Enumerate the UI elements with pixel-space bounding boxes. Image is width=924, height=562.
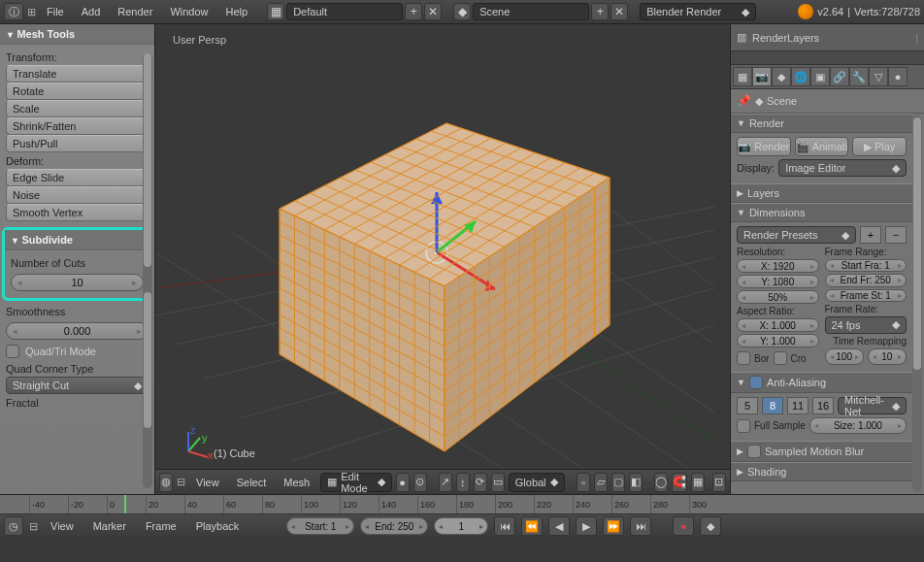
- remap-new-field[interactable]: 10: [868, 348, 907, 365]
- aa-section-header[interactable]: ▼Anti-Aliasing: [731, 372, 912, 393]
- mesh-tools-header[interactable]: Mesh Tools: [0, 24, 154, 45]
- jump-start-icon[interactable]: ⏮: [494, 516, 515, 536]
- frame-rate-dropdown[interactable]: 24 fps◆: [825, 316, 908, 334]
- translate-button[interactable]: Translate: [6, 65, 148, 83]
- aa-16-button[interactable]: 16: [812, 397, 834, 414]
- res-y-field[interactable]: Y: 1080: [737, 275, 819, 288]
- vp-menu-view[interactable]: View: [189, 474, 226, 491]
- smooth-vertex-button[interactable]: Smooth Vertex: [6, 204, 148, 221]
- menu-help[interactable]: Help: [218, 3, 256, 20]
- corner-type-dropdown[interactable]: Straight Cut◆: [6, 377, 148, 394]
- start-frame-tl[interactable]: Start: 1: [286, 517, 354, 535]
- aa-filter-dropdown[interactable]: Mitchell-Net◆: [838, 397, 907, 414]
- 3d-viewport[interactable]: User Persp: [155, 24, 730, 494]
- tab-all-icon[interactable]: ▦: [733, 67, 752, 86]
- sel-edge-icon[interactable]: ▱: [594, 473, 608, 492]
- frame-step-field[interactable]: Frame St: 1: [825, 289, 908, 302]
- menu-window[interactable]: Window: [162, 3, 215, 20]
- layers-section-header[interactable]: ▶Layers: [731, 183, 912, 203]
- timeline-editor-icon[interactable]: ◷: [4, 516, 23, 536]
- tab-data-icon[interactable]: ▽: [869, 67, 888, 86]
- right-scrollbar[interactable]: [912, 116, 922, 492]
- full-sample-toggle[interactable]: [737, 419, 750, 433]
- vp-menu-select[interactable]: Select: [230, 474, 274, 491]
- res-pct-field[interactable]: 50%: [737, 290, 819, 304]
- snap-icon[interactable]: 🧲: [672, 473, 687, 492]
- menu-file[interactable]: File: [39, 3, 72, 20]
- tl-menu-frame[interactable]: Frame: [139, 518, 183, 534]
- start-frame-field[interactable]: Start Fra: 1: [825, 259, 908, 272]
- end-frame-field[interactable]: End Fr: 250: [825, 274, 908, 286]
- animation-button[interactable]: 🎬Animati: [795, 137, 849, 156]
- del-layout-icon[interactable]: ✕: [424, 3, 442, 20]
- shading-section-header[interactable]: ▶Shading: [731, 462, 912, 481]
- crop-toggle[interactable]: [774, 351, 787, 365]
- aa-5-button[interactable]: 5: [737, 397, 758, 414]
- aspect-y-field[interactable]: Y: 1.000: [737, 334, 819, 347]
- smoothness-field[interactable]: 0.000: [6, 322, 148, 340]
- dimensions-section-header[interactable]: ▼Dimensions: [731, 203, 912, 222]
- manipulator-toggle-icon[interactable]: ↗: [439, 473, 452, 492]
- add-layout-icon[interactable]: +: [405, 3, 422, 20]
- del-scene-icon[interactable]: ✕: [610, 3, 628, 20]
- tab-render-icon[interactable]: 📷: [752, 67, 772, 86]
- layout-icon[interactable]: ▦: [267, 3, 284, 20]
- orientation-selector[interactable]: Global◆: [509, 473, 565, 492]
- editor-type-icon[interactable]: ⓘ: [4, 3, 23, 20]
- res-x-field[interactable]: X: 1920: [737, 259, 819, 273]
- edge-slide-button[interactable]: Edge Slide: [6, 169, 148, 186]
- rotate-manip-icon[interactable]: ⟳: [474, 473, 487, 492]
- snap-target-icon[interactable]: ▦: [691, 473, 705, 492]
- add-scene-icon[interactable]: +: [591, 3, 609, 20]
- scale-manip-icon[interactable]: ▭: [491, 473, 505, 492]
- next-key-icon[interactable]: ⏩: [603, 516, 624, 536]
- filter-size-field[interactable]: Size: 1.000: [809, 417, 907, 434]
- display-dropdown[interactable]: Image Editor◆: [778, 159, 907, 177]
- play-button[interactable]: ▶Play: [852, 137, 907, 156]
- menu-add[interactable]: Add: [74, 3, 109, 20]
- smb-section-header[interactable]: ▶Sampled Motion Blur: [731, 441, 912, 462]
- tl-menu-playback[interactable]: Playback: [189, 518, 247, 534]
- end-frame-tl[interactable]: End: 250: [360, 517, 428, 535]
- layout-selector[interactable]: Default: [286, 3, 403, 20]
- translate-manip-icon[interactable]: ↕: [456, 473, 470, 492]
- tab-material-icon[interactable]: ●: [888, 67, 908, 86]
- timeline-cursor[interactable]: [124, 495, 126, 513]
- current-frame-tl[interactable]: 1: [434, 517, 488, 535]
- operator-scrollbar[interactable]: [143, 292, 152, 488]
- border-toggle[interactable]: [737, 351, 750, 365]
- aspect-x-field[interactable]: X: 1.000: [737, 318, 819, 332]
- play-rev-icon[interactable]: ◀: [548, 516, 570, 536]
- outliner-item[interactable]: RenderLayers: [752, 32, 819, 44]
- remap-old-field[interactable]: 100: [825, 348, 864, 365]
- expand-hdr-icon[interactable]: ⊟: [177, 476, 185, 488]
- tl-expand-icon[interactable]: ⊟: [29, 520, 38, 533]
- shrink-fatten-button[interactable]: Shrink/Fatten: [6, 117, 148, 135]
- tl-menu-marker[interactable]: Marker: [86, 518, 133, 534]
- subdivide-header[interactable]: Subdivide: [5, 230, 149, 250]
- tl-menu-view[interactable]: View: [44, 518, 81, 534]
- tab-scene-icon[interactable]: ◆: [772, 67, 791, 86]
- render-preview-icon[interactable]: ⊡: [712, 473, 726, 492]
- noise-button[interactable]: Noise: [6, 186, 148, 204]
- timeline-ruler[interactable]: -40-200204060801001201401601802002202402…: [0, 495, 924, 514]
- jump-end-icon[interactable]: ⏭: [630, 516, 651, 536]
- menu-render[interactable]: Render: [110, 3, 160, 20]
- prev-key-icon[interactable]: ⏪: [521, 516, 543, 536]
- vp-menu-mesh[interactable]: Mesh: [277, 474, 316, 491]
- preset-add-icon[interactable]: +: [860, 226, 881, 244]
- sel-vert-icon[interactable]: ▫: [577, 473, 590, 492]
- prop-edit-icon[interactable]: ◯: [654, 473, 668, 492]
- tab-constraints-icon[interactable]: 🔗: [830, 67, 849, 86]
- viewport-shading-icon[interactable]: ●: [396, 473, 410, 492]
- tab-object-icon[interactable]: ▣: [810, 67, 830, 86]
- rotate-button[interactable]: Rotate: [6, 83, 148, 100]
- expand-icon[interactable]: ⊞: [25, 6, 37, 18]
- autokey-icon[interactable]: ●: [673, 516, 694, 536]
- push-pull-button[interactable]: Push/Pull: [6, 135, 148, 152]
- scale-button[interactable]: Scale: [6, 100, 148, 117]
- play-fwd-icon[interactable]: ▶: [576, 516, 597, 536]
- pin-icon[interactable]: 📌: [737, 94, 751, 108]
- pivot-icon[interactable]: ⊙: [413, 473, 427, 492]
- render-presets-dropdown[interactable]: Render Presets◆: [737, 226, 856, 244]
